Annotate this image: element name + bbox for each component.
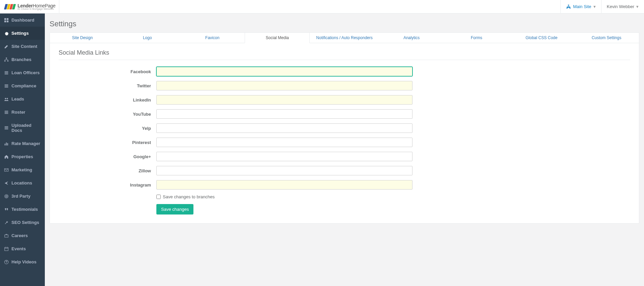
sidebar-item-site-content[interactable]: Site Content bbox=[0, 40, 45, 53]
form-row-instagram: Instagram bbox=[59, 180, 412, 190]
form-label: Zillow bbox=[59, 168, 156, 173]
sidebar-item-label: Loan Officers bbox=[11, 70, 40, 75]
svg-rect-26 bbox=[7, 143, 8, 145]
form-row-pinterest: Pinterest bbox=[59, 138, 412, 147]
svg-rect-32 bbox=[5, 247, 8, 251]
form-label: Yelp bbox=[59, 126, 156, 131]
linkedin-input[interactable] bbox=[156, 95, 412, 105]
sidebar-item-label: Help Videos bbox=[11, 259, 36, 264]
sidebar-item-leads[interactable]: Leads bbox=[0, 92, 45, 106]
brand-logo[interactable]: LenderHomePage #1 Choice In Mortgage Web… bbox=[0, 0, 59, 13]
target-icon bbox=[4, 194, 9, 199]
sidebar-item-events[interactable]: Events bbox=[0, 242, 45, 255]
sidebar-item-settings[interactable]: Settings bbox=[0, 27, 45, 40]
sidebar-item-rate-manager[interactable]: Rate Manager bbox=[0, 137, 45, 150]
svg-point-17 bbox=[7, 98, 8, 99]
section-title: Social Media Links bbox=[59, 49, 630, 60]
caret-down-icon: ▾ bbox=[636, 4, 639, 9]
sidebar-item-help-videos[interactable]: Help Videos bbox=[0, 255, 45, 268]
tab-site-design[interactable]: Site Design bbox=[50, 33, 115, 43]
form-row-facebook: Facebook bbox=[59, 67, 412, 76]
twitter-input[interactable] bbox=[156, 81, 412, 90]
sidebar-item-label: Testimonials bbox=[11, 207, 38, 212]
tab-forms[interactable]: Forms bbox=[444, 33, 509, 43]
wrench-icon bbox=[4, 220, 9, 225]
form-row-zillow: Zillow bbox=[59, 166, 412, 175]
pinterest-input[interactable] bbox=[156, 138, 412, 147]
tab-notifications-auto-responders[interactable]: Notifications / Auto Responders bbox=[310, 33, 379, 43]
sidebar-item-marketing[interactable]: Marketing bbox=[0, 163, 45, 176]
page-title: Settings bbox=[45, 13, 644, 32]
svg-rect-3 bbox=[4, 18, 6, 20]
svg-rect-23 bbox=[5, 129, 8, 130]
tab-global-css-code[interactable]: Global CSS Code bbox=[509, 33, 574, 43]
sidebar-item-uploaded-docs[interactable]: Uploaded Docs bbox=[0, 119, 45, 137]
topbar: LenderHomePage #1 Choice In Mortgage Web… bbox=[0, 0, 644, 13]
svg-rect-7 bbox=[6, 57, 7, 58]
svg-rect-1 bbox=[566, 7, 568, 8]
dashboard-icon bbox=[4, 18, 9, 23]
tab-analytics[interactable]: Analytics bbox=[379, 33, 444, 43]
sidebar-item-label: Site Content bbox=[11, 44, 37, 49]
sidebar-item-careers[interactable]: Careers bbox=[0, 229, 45, 242]
save-to-branches-checkbox[interactable] bbox=[156, 195, 161, 199]
form-row-youtube: YouTube bbox=[59, 109, 412, 119]
home-icon bbox=[4, 154, 9, 159]
sidebar-item-compliance[interactable]: Compliance bbox=[0, 79, 45, 92]
facebook-input[interactable] bbox=[156, 67, 412, 76]
sidebar-item-dashboard[interactable]: Dashboard bbox=[0, 13, 45, 27]
sidebar-item-loan-officers[interactable]: Loan Officers bbox=[0, 66, 45, 79]
svg-rect-14 bbox=[5, 86, 8, 86]
yelp-input[interactable] bbox=[156, 123, 412, 133]
form-label: Instagram bbox=[59, 182, 156, 188]
user-menu[interactable]: Kevin Webber ▾ bbox=[601, 0, 644, 13]
mail-icon bbox=[4, 168, 9, 172]
sidebar-item-locations[interactable]: Locations bbox=[0, 176, 45, 190]
list-icon bbox=[4, 70, 9, 75]
tab-social-media[interactable]: Social Media bbox=[245, 33, 310, 43]
site-switcher[interactable]: Main Site ▾ bbox=[560, 0, 601, 13]
svg-rect-24 bbox=[5, 144, 5, 145]
sidebar-item-label: Locations bbox=[11, 180, 32, 185]
svg-rect-4 bbox=[7, 18, 8, 20]
zillow-input[interactable] bbox=[156, 166, 412, 175]
form-row-google-: Google+ bbox=[59, 152, 412, 161]
sidebar-item-label: Branches bbox=[11, 57, 31, 62]
save-button[interactable]: Save changes bbox=[156, 204, 193, 214]
svg-rect-9 bbox=[7, 60, 9, 61]
arrow-icon bbox=[4, 181, 9, 185]
svg-rect-20 bbox=[5, 113, 8, 114]
tab-custom-settings[interactable]: Custom Settings bbox=[574, 33, 639, 43]
youtube-input[interactable] bbox=[156, 109, 412, 119]
sidebar-item-3rd-party[interactable]: 3rd Party bbox=[0, 190, 45, 203]
sidebar-item-properties[interactable]: Properties bbox=[0, 150, 45, 163]
save-to-branches-row: Save changes to branches bbox=[156, 194, 630, 199]
svg-rect-2 bbox=[570, 7, 571, 8]
settings-tabs: Site DesignLogoFaviconSocial MediaNotifi… bbox=[50, 33, 639, 43]
tab-logo[interactable]: Logo bbox=[115, 33, 180, 43]
form-label: YouTube bbox=[59, 112, 156, 117]
form-label: LinkedIn bbox=[59, 97, 156, 103]
sidebar-item-label: Careers bbox=[11, 233, 28, 238]
instagram-input[interactable] bbox=[156, 180, 412, 190]
sidebar-item-label: Events bbox=[11, 246, 26, 251]
help-icon bbox=[4, 260, 9, 264]
briefcase-icon bbox=[4, 233, 9, 238]
form-row-twitter: Twitter bbox=[59, 81, 412, 90]
google--input[interactable] bbox=[156, 152, 412, 161]
svg-rect-15 bbox=[5, 87, 8, 87]
svg-rect-18 bbox=[5, 111, 8, 111]
list-icon bbox=[4, 84, 9, 88]
sidebar-item-branches[interactable]: Branches bbox=[0, 53, 45, 66]
sidebar-item-testimonials[interactable]: Testimonials bbox=[0, 203, 45, 216]
svg-rect-25 bbox=[6, 142, 7, 145]
svg-rect-22 bbox=[5, 127, 8, 128]
sidebar-item-seo-settings[interactable]: SEO Settings bbox=[0, 216, 45, 229]
sitemap-icon bbox=[4, 57, 9, 62]
sidebar-item-roster[interactable]: Roster bbox=[0, 106, 45, 119]
form-row-linkedin: LinkedIn bbox=[59, 95, 412, 105]
tab-favicon[interactable]: Favicon bbox=[180, 33, 245, 43]
save-to-branches-label[interactable]: Save changes to branches bbox=[163, 194, 215, 199]
site-switcher-label: Main Site bbox=[573, 4, 591, 9]
svg-rect-19 bbox=[5, 112, 8, 113]
